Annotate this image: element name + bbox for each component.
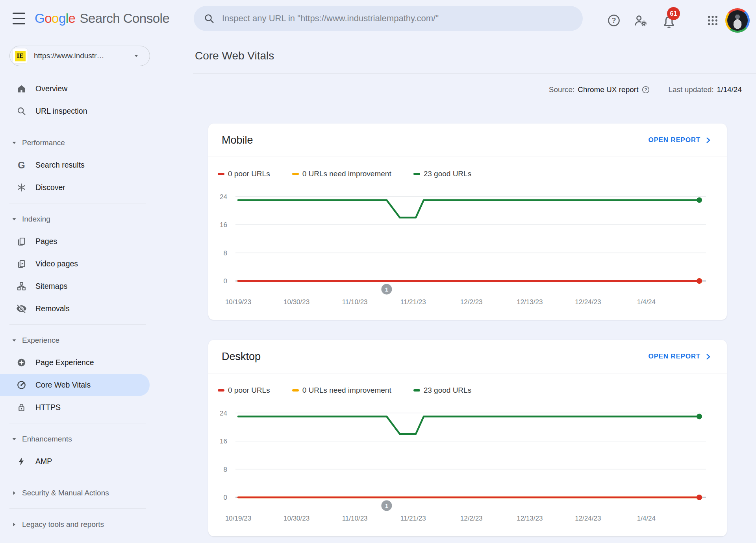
core-web-vitals-chart-desktop: 08162410/19/2310/30/2311/10/2311/21/2312…: [208, 395, 727, 530]
sidebar-item-discover[interactable]: Discover: [0, 176, 150, 199]
sidebar-nav: OverviewURL inspectionPerformanceGSearch…: [0, 78, 158, 543]
svg-text:16: 16: [220, 221, 227, 229]
title-divider: [193, 73, 756, 74]
core-web-vitals-chart-mobile: 08162410/19/2310/30/2311/10/2311/21/2312…: [208, 178, 727, 314]
legend-needs-improvement[interactable]: 0 URLs need improvement: [292, 386, 391, 395]
menu-icon[interactable]: [13, 13, 26, 24]
sidebar-section-label: Security & Manual Actions: [22, 489, 109, 497]
sidebar-item-pages[interactable]: Pages: [0, 230, 150, 253]
google-apps-grid-icon[interactable]: [704, 12, 721, 29]
svg-text:12/2/23: 12/2/23: [460, 298, 483, 306]
sidebar-item-label: HTTPS: [35, 403, 61, 412]
legend-poor[interactable]: 0 poor URLs: [218, 170, 270, 178]
svg-text:16: 16: [220, 438, 227, 445]
sidebar-section-label: Experience: [22, 336, 59, 345]
open-report-label: OPEN REPORT: [648, 136, 700, 144]
open-report-link-mobile[interactable]: OPEN REPORT: [648, 136, 712, 144]
legend-poor-swatch: [218, 173, 224, 175]
sidebar-section-performance[interactable]: Performance: [0, 131, 150, 154]
sidebar-item-label: Removals: [35, 304, 70, 313]
legend-good[interactable]: 23 good URLs: [413, 170, 471, 178]
svg-text:12/13/23: 12/13/23: [517, 515, 543, 522]
search-icon: [16, 106, 27, 116]
property-url: https://www.industr…: [34, 52, 104, 60]
property-favicon: IE: [13, 48, 28, 63]
mobile-card: Mobile OPEN REPORT 0 poor URLs 0 URLs ne…: [208, 124, 727, 320]
report-cards: Mobile OPEN REPORT 0 poor URLs 0 URLs ne…: [208, 124, 727, 536]
svg-text:24: 24: [220, 410, 227, 417]
sidebar-item-overview[interactable]: Overview: [0, 78, 150, 100]
sidebar-item-core-web-vitals[interactable]: Core Web Vitals: [0, 374, 150, 396]
chart-legend-mobile: 0 poor URLs 0 URLs need improvement 23 g…: [218, 170, 727, 178]
svg-text:12/24/23: 12/24/23: [575, 515, 601, 522]
sidebar-item-label: URL inspection: [35, 107, 87, 116]
svg-text:G: G: [18, 160, 25, 170]
svg-text:?: ?: [645, 87, 647, 92]
sidebar-divider: [9, 127, 146, 127]
sidebar-section-experience[interactable]: Experience: [0, 329, 150, 351]
sidebar-section-security-manual-actions[interactable]: Security & Manual Actions: [0, 482, 150, 504]
sidebar-item-video-pages[interactable]: Video pages: [0, 253, 150, 275]
open-report-link-desktop[interactable]: OPEN REPORT: [648, 353, 712, 360]
sidebar-section-label: Enhancements: [22, 435, 72, 443]
svg-text:8: 8: [224, 466, 227, 473]
svg-text:12/24/23: 12/24/23: [575, 298, 601, 306]
sidebar-item-removals[interactable]: Removals: [0, 297, 150, 320]
sidebar-item-search-results[interactable]: GSearch results: [0, 154, 150, 176]
sidebar-item-label: AMP: [35, 457, 52, 466]
chevron-down-icon: [11, 436, 18, 443]
source-help-icon[interactable]: ?: [641, 85, 650, 94]
sidebar-item-https[interactable]: HTTPS: [0, 396, 150, 419]
svg-text:24: 24: [220, 193, 227, 201]
svg-text:8: 8: [224, 249, 227, 257]
chart-legend-desktop: 0 poor URLs 0 URLs need improvement 23 g…: [218, 386, 727, 395]
sidebar-divider: [9, 423, 146, 423]
svg-text:0: 0: [224, 494, 227, 501]
account-avatar[interactable]: [725, 8, 750, 33]
svg-text:?: ?: [612, 17, 616, 24]
google-wordmark: Google: [35, 11, 75, 26]
svg-text:10/19/23: 10/19/23: [225, 298, 251, 306]
sidebar-section-legacy-tools[interactable]: Legacy tools and reports: [0, 513, 150, 536]
lock-icon: [16, 402, 27, 413]
legend-needs-improvement[interactable]: 0 URLs need improvement: [292, 170, 391, 178]
sidebar-section-indexing[interactable]: Indexing: [0, 208, 150, 230]
svg-text:10/30/23: 10/30/23: [284, 298, 309, 306]
sidebar-divider: [9, 508, 146, 509]
sidebar-item-label: Discover: [35, 183, 65, 192]
search-input[interactable]: [222, 13, 573, 24]
legend-needs-improvement-swatch: [292, 389, 299, 392]
property-selector[interactable]: IE https://www.industr…: [9, 46, 150, 66]
svg-text:11/10/23: 11/10/23: [342, 515, 368, 522]
sidebar-item-amp[interactable]: AMP: [0, 450, 150, 473]
help-icon[interactable]: ?: [605, 12, 623, 29]
sidebar-divider: [9, 324, 146, 325]
sidebar-item-label: Overview: [35, 84, 67, 93]
sidebar-item-page-experience[interactable]: Page Experience: [0, 351, 150, 374]
desktop-card: Desktop OPEN REPORT 0 poor URLs 0 URLs n…: [208, 340, 727, 536]
pages-icon: [16, 236, 27, 247]
chevron-down-icon: [11, 337, 18, 344]
svg-text:12/13/23: 12/13/23: [517, 298, 543, 306]
sidebar-section-enhancements[interactable]: Enhancements: [0, 428, 150, 450]
notification-count-badge: 61: [667, 7, 680, 20]
url-inspection-searchbar[interactable]: [194, 6, 583, 31]
sidebar-item-label: Core Web Vitals: [35, 380, 91, 390]
svg-text:1/4/24: 1/4/24: [637, 298, 656, 306]
chevron-down-icon: [11, 139, 18, 146]
product-name: Search Console: [80, 11, 169, 26]
svg-text:11/21/23: 11/21/23: [400, 298, 426, 306]
sidebar-item-sitemaps[interactable]: Sitemaps: [0, 275, 150, 297]
sidebar-divider: [9, 477, 146, 477]
legend-good[interactable]: 23 good URLs: [413, 386, 471, 395]
chevron-right-icon: [704, 353, 712, 360]
sidebar-item-url-inspection[interactable]: URL inspection: [0, 100, 150, 122]
legend-good-swatch: [413, 173, 420, 175]
manage-users-icon[interactable]: [632, 12, 649, 29]
sidebar-item-label: Page Experience: [35, 358, 94, 367]
svg-text:11/10/23: 11/10/23: [342, 298, 368, 306]
svg-text:1: 1: [385, 502, 388, 509]
legend-needs-improvement-swatch: [292, 173, 299, 175]
sitemaps-icon: [16, 281, 27, 292]
legend-poor[interactable]: 0 poor URLs: [218, 386, 270, 395]
